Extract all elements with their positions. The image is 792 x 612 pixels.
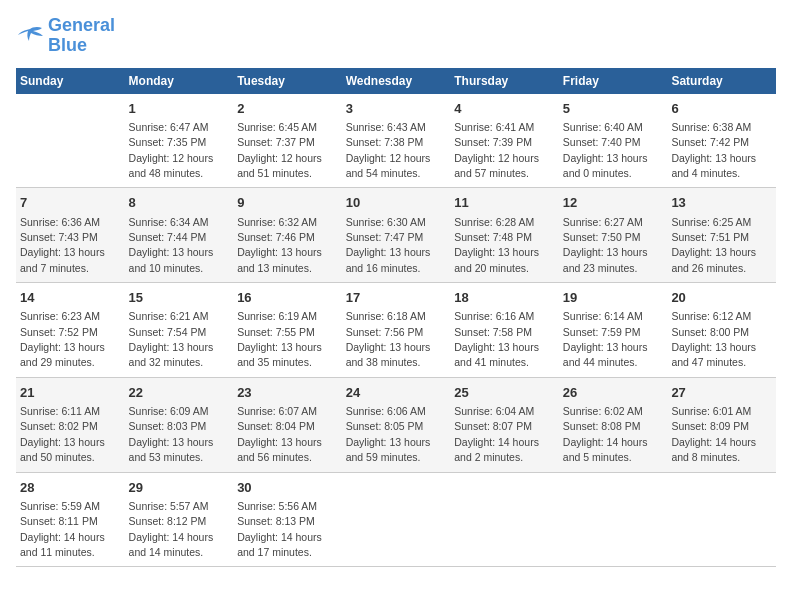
day-info: Sunrise: 6:19 AM Sunset: 7:55 PM Dayligh… (237, 310, 322, 368)
day-cell: 4Sunrise: 6:41 AM Sunset: 7:39 PM Daylig… (450, 94, 559, 188)
day-number: 3 (346, 100, 447, 118)
day-info: Sunrise: 6:38 AM Sunset: 7:42 PM Dayligh… (671, 121, 756, 179)
day-cell: 20Sunrise: 6:12 AM Sunset: 8:00 PM Dayli… (667, 283, 776, 378)
day-cell: 16Sunrise: 6:19 AM Sunset: 7:55 PM Dayli… (233, 283, 342, 378)
day-info: Sunrise: 5:59 AM Sunset: 8:11 PM Dayligh… (20, 500, 105, 558)
day-info: Sunrise: 6:02 AM Sunset: 8:08 PM Dayligh… (563, 405, 648, 463)
day-info: Sunrise: 6:23 AM Sunset: 7:52 PM Dayligh… (20, 310, 105, 368)
day-number: 16 (237, 289, 338, 307)
day-cell: 25Sunrise: 6:04 AM Sunset: 8:07 PM Dayli… (450, 377, 559, 472)
day-info: Sunrise: 6:09 AM Sunset: 8:03 PM Dayligh… (129, 405, 214, 463)
day-info: Sunrise: 6:47 AM Sunset: 7:35 PM Dayligh… (129, 121, 214, 179)
day-cell: 12Sunrise: 6:27 AM Sunset: 7:50 PM Dayli… (559, 188, 668, 283)
day-number: 7 (20, 194, 121, 212)
day-number: 8 (129, 194, 230, 212)
day-info: Sunrise: 5:56 AM Sunset: 8:13 PM Dayligh… (237, 500, 322, 558)
day-cell: 30Sunrise: 5:56 AM Sunset: 8:13 PM Dayli… (233, 472, 342, 567)
day-cell: 1Sunrise: 6:47 AM Sunset: 7:35 PM Daylig… (125, 94, 234, 188)
day-info: Sunrise: 6:12 AM Sunset: 8:00 PM Dayligh… (671, 310, 756, 368)
day-number: 1 (129, 100, 230, 118)
day-number: 19 (563, 289, 664, 307)
day-cell: 29Sunrise: 5:57 AM Sunset: 8:12 PM Dayli… (125, 472, 234, 567)
day-number: 5 (563, 100, 664, 118)
day-cell: 14Sunrise: 6:23 AM Sunset: 7:52 PM Dayli… (16, 283, 125, 378)
day-cell: 19Sunrise: 6:14 AM Sunset: 7:59 PM Dayli… (559, 283, 668, 378)
logo-icon (16, 25, 44, 47)
day-cell (342, 472, 451, 567)
day-number: 22 (129, 384, 230, 402)
day-info: Sunrise: 6:41 AM Sunset: 7:39 PM Dayligh… (454, 121, 539, 179)
day-info: Sunrise: 6:36 AM Sunset: 7:43 PM Dayligh… (20, 216, 105, 274)
day-number: 29 (129, 479, 230, 497)
day-info: Sunrise: 6:28 AM Sunset: 7:48 PM Dayligh… (454, 216, 539, 274)
day-info: Sunrise: 5:57 AM Sunset: 8:12 PM Dayligh… (129, 500, 214, 558)
week-row-1: 1Sunrise: 6:47 AM Sunset: 7:35 PM Daylig… (16, 94, 776, 188)
day-cell: 10Sunrise: 6:30 AM Sunset: 7:47 PM Dayli… (342, 188, 451, 283)
col-header-monday: Monday (125, 68, 234, 94)
day-number: 6 (671, 100, 772, 118)
logo-subtext: Blue (48, 36, 115, 56)
col-header-sunday: Sunday (16, 68, 125, 94)
day-number: 18 (454, 289, 555, 307)
col-header-wednesday: Wednesday (342, 68, 451, 94)
day-info: Sunrise: 6:32 AM Sunset: 7:46 PM Dayligh… (237, 216, 322, 274)
day-info: Sunrise: 6:07 AM Sunset: 8:04 PM Dayligh… (237, 405, 322, 463)
day-info: Sunrise: 6:06 AM Sunset: 8:05 PM Dayligh… (346, 405, 431, 463)
day-info: Sunrise: 6:04 AM Sunset: 8:07 PM Dayligh… (454, 405, 539, 463)
week-row-5: 28Sunrise: 5:59 AM Sunset: 8:11 PM Dayli… (16, 472, 776, 567)
day-number: 13 (671, 194, 772, 212)
week-row-4: 21Sunrise: 6:11 AM Sunset: 8:02 PM Dayli… (16, 377, 776, 472)
day-cell: 22Sunrise: 6:09 AM Sunset: 8:03 PM Dayli… (125, 377, 234, 472)
day-cell: 8Sunrise: 6:34 AM Sunset: 7:44 PM Daylig… (125, 188, 234, 283)
day-cell: 3Sunrise: 6:43 AM Sunset: 7:38 PM Daylig… (342, 94, 451, 188)
day-info: Sunrise: 6:18 AM Sunset: 7:56 PM Dayligh… (346, 310, 431, 368)
day-cell: 2Sunrise: 6:45 AM Sunset: 7:37 PM Daylig… (233, 94, 342, 188)
day-info: Sunrise: 6:16 AM Sunset: 7:58 PM Dayligh… (454, 310, 539, 368)
day-number: 27 (671, 384, 772, 402)
day-cell: 24Sunrise: 6:06 AM Sunset: 8:05 PM Dayli… (342, 377, 451, 472)
day-info: Sunrise: 6:01 AM Sunset: 8:09 PM Dayligh… (671, 405, 756, 463)
week-row-3: 14Sunrise: 6:23 AM Sunset: 7:52 PM Dayli… (16, 283, 776, 378)
day-number: 26 (563, 384, 664, 402)
day-info: Sunrise: 6:21 AM Sunset: 7:54 PM Dayligh… (129, 310, 214, 368)
day-cell: 7Sunrise: 6:36 AM Sunset: 7:43 PM Daylig… (16, 188, 125, 283)
col-header-saturday: Saturday (667, 68, 776, 94)
day-number: 4 (454, 100, 555, 118)
col-header-tuesday: Tuesday (233, 68, 342, 94)
day-number: 11 (454, 194, 555, 212)
day-info: Sunrise: 6:27 AM Sunset: 7:50 PM Dayligh… (563, 216, 648, 274)
day-cell: 17Sunrise: 6:18 AM Sunset: 7:56 PM Dayli… (342, 283, 451, 378)
day-cell: 21Sunrise: 6:11 AM Sunset: 8:02 PM Dayli… (16, 377, 125, 472)
day-cell: 11Sunrise: 6:28 AM Sunset: 7:48 PM Dayli… (450, 188, 559, 283)
day-info: Sunrise: 6:43 AM Sunset: 7:38 PM Dayligh… (346, 121, 431, 179)
day-info: Sunrise: 6:25 AM Sunset: 7:51 PM Dayligh… (671, 216, 756, 274)
day-number: 10 (346, 194, 447, 212)
day-number: 28 (20, 479, 121, 497)
day-cell: 9Sunrise: 6:32 AM Sunset: 7:46 PM Daylig… (233, 188, 342, 283)
day-number: 12 (563, 194, 664, 212)
day-number: 9 (237, 194, 338, 212)
day-number: 30 (237, 479, 338, 497)
day-info: Sunrise: 6:45 AM Sunset: 7:37 PM Dayligh… (237, 121, 322, 179)
header: General Blue (16, 16, 776, 56)
day-cell: 6Sunrise: 6:38 AM Sunset: 7:42 PM Daylig… (667, 94, 776, 188)
day-cell: 23Sunrise: 6:07 AM Sunset: 8:04 PM Dayli… (233, 377, 342, 472)
day-info: Sunrise: 6:11 AM Sunset: 8:02 PM Dayligh… (20, 405, 105, 463)
day-number: 2 (237, 100, 338, 118)
day-cell: 26Sunrise: 6:02 AM Sunset: 8:08 PM Dayli… (559, 377, 668, 472)
day-info: Sunrise: 6:40 AM Sunset: 7:40 PM Dayligh… (563, 121, 648, 179)
day-number: 25 (454, 384, 555, 402)
day-number: 21 (20, 384, 121, 402)
day-info: Sunrise: 6:30 AM Sunset: 7:47 PM Dayligh… (346, 216, 431, 274)
day-cell: 18Sunrise: 6:16 AM Sunset: 7:58 PM Dayli… (450, 283, 559, 378)
day-number: 24 (346, 384, 447, 402)
days-header-row: SundayMondayTuesdayWednesdayThursdayFrid… (16, 68, 776, 94)
week-row-2: 7Sunrise: 6:36 AM Sunset: 7:43 PM Daylig… (16, 188, 776, 283)
day-cell: 5Sunrise: 6:40 AM Sunset: 7:40 PM Daylig… (559, 94, 668, 188)
logo-text: General (48, 16, 115, 36)
logo: General Blue (16, 16, 115, 56)
day-cell: 15Sunrise: 6:21 AM Sunset: 7:54 PM Dayli… (125, 283, 234, 378)
day-cell (450, 472, 559, 567)
day-cell: 27Sunrise: 6:01 AM Sunset: 8:09 PM Dayli… (667, 377, 776, 472)
day-cell (16, 94, 125, 188)
